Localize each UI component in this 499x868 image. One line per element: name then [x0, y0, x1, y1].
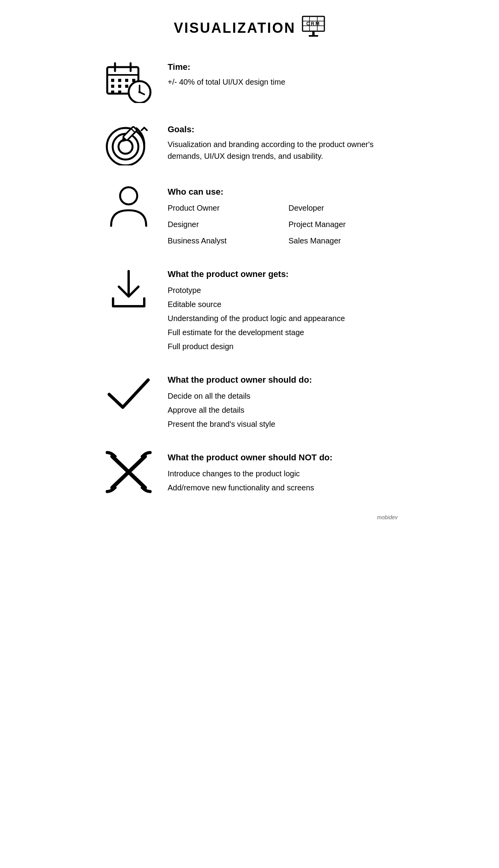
- user-sales-manager: Sales Manager: [288, 234, 398, 248]
- svg-rect-18: [125, 85, 128, 88]
- user-project-manager: Project Manager: [288, 217, 398, 231]
- gets-list: Prototype Editable source Understanding …: [168, 283, 398, 353]
- download-icon-col: [101, 267, 156, 310]
- svg-point-27: [119, 140, 133, 154]
- should-do-label: What the product owner should do:: [168, 375, 398, 385]
- should-do-item-3: Present the brand's visual style: [168, 417, 398, 431]
- svg-rect-17: [118, 85, 121, 88]
- should-not-do-content: What the product owner should NOT do: In…: [168, 451, 398, 495]
- gets-label: What the product owner gets:: [168, 269, 398, 279]
- crm-monitor-icon: CRM: [302, 16, 325, 41]
- person-icon-col: [101, 185, 156, 228]
- time-icon-col: [101, 60, 156, 103]
- gets-item-1: Prototype: [168, 283, 398, 297]
- should-not-do-list: Introduce changes to the product logic A…: [168, 467, 398, 495]
- time-section: Time: +/- 40% of total UI/UX design time: [101, 60, 398, 103]
- time-text: +/- 40% of total UI/UX design time: [168, 76, 398, 88]
- checkmark-icon-col: [101, 373, 156, 416]
- who-can-use-content: Who can use: Product Owner Developer Des…: [168, 185, 398, 248]
- gets-item-3: Understanding of the product logic and a…: [168, 311, 398, 325]
- time-content: Time: +/- 40% of total UI/UX design time: [168, 60, 398, 88]
- svg-rect-20: [118, 91, 121, 94]
- should-not-do-item-2: Add/remove new functionality and screens: [168, 481, 398, 495]
- should-not-do-label: What the product owner should NOT do:: [168, 453, 398, 463]
- svg-rect-7: [309, 35, 318, 37]
- svg-point-31: [120, 187, 137, 204]
- svg-rect-19: [111, 91, 114, 94]
- who-can-use-section: Who can use: Product Owner Developer Des…: [101, 185, 398, 248]
- goals-section: Goals: Visualization and branding accord…: [101, 122, 398, 165]
- gets-section: What the product owner gets: Prototype E…: [101, 267, 398, 353]
- gets-content: What the product owner gets: Prototype E…: [168, 267, 398, 353]
- download-icon: [107, 267, 150, 310]
- time-label: Time:: [168, 62, 398, 72]
- goals-icon-col: [101, 122, 156, 165]
- user-business-analyst: Business Analyst: [168, 234, 277, 248]
- should-do-list: Decide on all the details Approve all th…: [168, 389, 398, 431]
- should-do-item-2: Approve all the details: [168, 403, 398, 417]
- gets-item-5: Full product design: [168, 339, 398, 353]
- goals-text: Visualization and branding according to …: [168, 138, 398, 162]
- page-title: VISUALIZATION: [174, 20, 296, 36]
- svg-rect-16: [111, 85, 114, 88]
- svg-rect-6: [312, 31, 315, 35]
- user-designer: Designer: [168, 217, 277, 231]
- svg-rect-12: [111, 79, 114, 82]
- should-do-content: What the product owner should do: Decide…: [168, 373, 398, 431]
- x-mark-icon: [105, 451, 152, 493]
- x-icon-col: [101, 451, 156, 493]
- should-do-item-1: Decide on all the details: [168, 389, 398, 403]
- goals-content: Goals: Visualization and branding accord…: [168, 122, 398, 162]
- gets-item-2: Editable source: [168, 297, 398, 311]
- should-not-do-item-1: Introduce changes to the product logic: [168, 467, 398, 481]
- svg-rect-13: [118, 79, 121, 82]
- footer: mobidev: [101, 514, 398, 520]
- who-can-use-grid: Product Owner Developer Designer Project…: [168, 201, 398, 248]
- svg-rect-14: [125, 79, 128, 82]
- svg-point-24: [138, 91, 141, 93]
- person-icon: [107, 185, 150, 228]
- goals-label: Goals:: [168, 124, 398, 135]
- footer-brand: mobidev: [377, 514, 398, 520]
- gets-item-4: Full estimate for the development stage: [168, 325, 398, 339]
- should-not-do-section: What the product owner should NOT do: In…: [101, 451, 398, 495]
- user-developer: Developer: [288, 201, 398, 215]
- user-product-owner: Product Owner: [168, 201, 277, 215]
- checkmark-icon: [105, 373, 152, 416]
- who-can-use-label: Who can use:: [168, 187, 398, 197]
- should-do-section: What the product owner should do: Decide…: [101, 373, 398, 431]
- target-icon: [105, 122, 152, 165]
- calendar-clock-icon: [105, 60, 152, 103]
- page-header: VISUALIZATION CRM: [101, 16, 398, 41]
